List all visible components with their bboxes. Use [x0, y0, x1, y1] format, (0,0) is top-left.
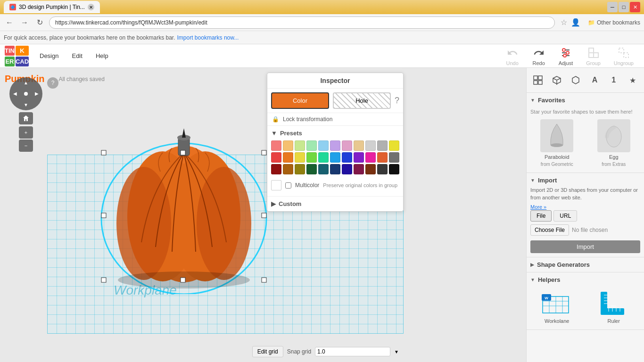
redo-btn[interactable]: Redo: [527, 44, 551, 68]
ruler-item[interactable]: mm Ruler: [587, 288, 641, 324]
color-swatch[interactable]: [283, 140, 293, 151]
import-bookmarks-link[interactable]: Import bookmarks now...: [177, 34, 239, 41]
color-swatch[interactable]: [271, 164, 281, 174]
pumpkin-model[interactable]: [94, 106, 283, 304]
color-swatch[interactable]: [342, 164, 352, 174]
color-swatch[interactable]: [330, 152, 340, 163]
pan-right-btn[interactable]: ▶: [32, 88, 42, 99]
color-swatch[interactable]: [354, 140, 364, 151]
color-btn[interactable]: Color: [271, 92, 329, 109]
maximize-btn[interactable]: □: [619, 2, 629, 12]
color-swatch[interactable]: [295, 140, 305, 151]
minimize-btn[interactable]: ─: [607, 2, 618, 12]
color-swatch[interactable]: [365, 152, 376, 163]
color-swatch[interactable]: [295, 152, 305, 163]
color-swatch[interactable]: [306, 164, 317, 174]
pan-down-btn[interactable]: ▼: [20, 99, 31, 110]
tab-close-btn[interactable]: ✕: [88, 4, 94, 10]
zoom-out-btn[interactable]: −: [19, 140, 33, 152]
number-btn[interactable]: 1: [606, 72, 621, 89]
browser-tab[interactable]: 🔷 3D design Pumpkin | Tin... ✕: [4, 1, 100, 13]
color-swatch[interactable]: [389, 152, 399, 163]
close-window-btn[interactable]: ✕: [630, 2, 640, 12]
color-swatch[interactable]: [283, 164, 293, 174]
color-swatch[interactable]: [389, 140, 399, 151]
choose-file-btn[interactable]: Choose File: [530, 224, 569, 236]
design-menu-btn[interactable]: Design: [33, 49, 65, 62]
edit-menu-btn[interactable]: Edit: [65, 49, 89, 62]
color-swatch[interactable]: [342, 152, 352, 163]
shape-paraboloid[interactable]: Paraboloid from Geometric: [530, 119, 584, 167]
shape-generators-section[interactable]: ▶ Shape Generators: [527, 257, 644, 272]
color-swatch[interactable]: [330, 164, 340, 174]
adjust-btn[interactable]: Adjust: [553, 44, 579, 68]
redo-icon: [532, 46, 545, 59]
inspector-help-btn[interactable]: ?: [395, 96, 399, 106]
color-swatch[interactable]: [365, 140, 376, 151]
pan-control[interactable]: ▲ ◀ ▶ ▼: [9, 77, 42, 110]
ungroup-btn[interactable]: Ungroup: [608, 44, 639, 68]
workolane-item[interactable]: W Workolane: [530, 288, 584, 324]
color-swatch[interactable]: [389, 164, 399, 174]
group-btn[interactable]: Group: [580, 44, 606, 68]
back-btn[interactable]: ←: [4, 17, 15, 28]
hex-view-btn[interactable]: [568, 72, 583, 89]
paraboloid-sublabel: from Geometric: [541, 162, 573, 167]
color-swatch[interactable]: [354, 164, 364, 174]
presets-header[interactable]: ▼ Presets: [271, 130, 399, 137]
color-swatch[interactable]: [306, 152, 317, 163]
pan-left-btn[interactable]: ◀: [9, 88, 20, 99]
inspector-panel: Inspector Color Hole ? 🔒 Lock transforma…: [267, 73, 404, 212]
color-swatch[interactable]: [271, 140, 281, 151]
color-swatch[interactable]: [377, 152, 388, 163]
color-swatch[interactable]: [283, 152, 293, 163]
3d-view-btn[interactable]: [549, 72, 564, 89]
color-swatch[interactable]: [342, 140, 352, 151]
color-swatch[interactable]: [365, 164, 376, 174]
hole-btn[interactable]: Hole: [333, 92, 391, 109]
canvas-help-btn[interactable]: ?: [47, 77, 58, 89]
help-menu-btn[interactable]: Help: [89, 49, 115, 62]
url-btn[interactable]: URL: [553, 210, 577, 222]
pan-up-btn[interactable]: ▲: [20, 77, 31, 88]
svg-rect-35: [538, 81, 542, 84]
reload-btn[interactable]: ↻: [34, 17, 45, 28]
home-view-btn[interactable]: [19, 112, 33, 124]
color-swatch[interactable]: [318, 164, 329, 174]
more-link[interactable]: More »: [530, 204, 546, 210]
svg-marker-36: [572, 76, 579, 84]
color-swatch[interactable]: [306, 140, 317, 151]
undo-btn[interactable]: Undo: [500, 44, 525, 68]
profile-icon[interactable]: 👤: [571, 18, 580, 27]
color-swatch[interactable]: [377, 164, 388, 174]
file-btn[interactable]: File: [530, 210, 552, 222]
shape-egg[interactable]: Egg from Extras: [587, 119, 641, 167]
svg-text:mm: mm: [611, 304, 616, 308]
canvas-area[interactable]: Pumpkin All changes saved ↩ ▲ ◀ ▶ ▼ +: [0, 68, 526, 362]
ungroup-icon: [617, 46, 630, 59]
grid-view-btn[interactable]: [530, 72, 545, 89]
multicolor-checkbox[interactable]: [285, 182, 291, 189]
forward-btn[interactable]: →: [19, 17, 30, 28]
color-swatch[interactable]: [377, 140, 388, 151]
color-swatch[interactable]: [271, 152, 281, 163]
snap-grid-input[interactable]: [315, 347, 390, 356]
color-swatch[interactable]: [318, 152, 329, 163]
paraboloid-label: Paraboloid: [545, 154, 570, 160]
undo-icon: [506, 46, 519, 59]
color-swatch[interactable]: [318, 140, 329, 151]
color-swatch[interactable]: [330, 140, 340, 151]
edit-grid-btn[interactable]: Edit grid: [252, 346, 283, 357]
snap-dropdown-icon[interactable]: ▼: [394, 349, 399, 354]
custom-header[interactable]: ▶ Custom: [271, 200, 399, 207]
color-swatch[interactable]: [295, 164, 305, 174]
url-input[interactable]: [49, 16, 555, 29]
star-btn[interactable]: ★: [625, 72, 640, 89]
import-submit-btn[interactable]: Import: [530, 240, 640, 253]
zoom-in-btn[interactable]: +: [19, 126, 33, 139]
text-btn[interactable]: A: [587, 72, 603, 89]
svg-text:W: W: [545, 296, 548, 300]
color-swatch[interactable]: [354, 152, 364, 163]
multicolor-label: Multicolor: [295, 182, 319, 189]
bookmark-star-icon[interactable]: ☆: [561, 18, 567, 27]
